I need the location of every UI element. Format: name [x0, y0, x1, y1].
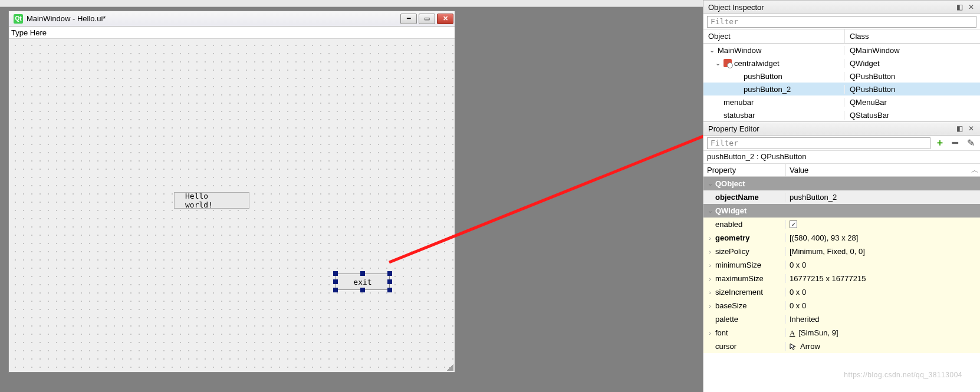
resize-handle[interactable] — [333, 288, 338, 292]
property-columns[interactable]: Property Value ︿ — [703, 164, 980, 177]
property-list[interactable]: ⌄QObjectobjectNamepushButton_2⌄QWidgeten… — [703, 177, 980, 353]
remove-property-icon[interactable]: ━ — [949, 137, 961, 149]
property-row[interactable]: ›sizePolicy[Minimum, Fixed, 0, 0] — [703, 245, 980, 258]
tree-object-name: pushButton_2 — [744, 85, 791, 94]
property-filter-row: ＋ ━ ✎ — [703, 136, 980, 151]
tree-object-name: statusbar — [724, 111, 755, 120]
resize-handle[interactable] — [333, 271, 338, 276]
form-canvas[interactable]: Hello world! exit — [9, 39, 455, 372]
property-row[interactable]: paletteInherited — [703, 312, 980, 326]
close-button[interactable]: ✕ — [437, 14, 453, 24]
panel-title-label: Object Inspector — [708, 3, 764, 12]
property-editor-title[interactable]: Property Editor ◧ ✕ — [703, 121, 980, 136]
col-class[interactable]: Class — [845, 29, 980, 43]
object-tree[interactable]: ⌄MainWindowQMainWindow⌄centralwidgetQWid… — [703, 44, 980, 121]
resize-handle[interactable] — [387, 271, 392, 276]
property-row[interactable]: enabled✓ — [703, 218, 980, 231]
resize-handle[interactable] — [387, 288, 392, 292]
tree-row[interactable]: pushButton_2QPushButton — [703, 83, 980, 95]
tree-row[interactable]: statusbarQStatusBar — [703, 108, 980, 121]
watermark: https://blog.csdn.net/qq_38113004 — [844, 371, 962, 379]
maximize-button[interactable]: ▭ — [419, 14, 435, 24]
window-titlebar[interactable]: Qt MainWindow - Hello.ui* ━ ▭ ✕ — [9, 11, 455, 27]
property-row[interactable]: ›sizeIncrement0 x 0 — [703, 285, 980, 299]
size-grip-icon[interactable] — [446, 364, 453, 371]
property-row[interactable]: ›baseSize0 x 0 — [703, 299, 980, 312]
scroll-up-icon[interactable]: ︿ — [969, 164, 980, 176]
property-row[interactable]: objectNamepushButton_2 — [703, 190, 980, 204]
property-row[interactable]: ›minimumSize0 x 0 — [703, 258, 980, 272]
tree-class-name: QStatusBar — [850, 111, 889, 120]
resize-handle[interactable] — [387, 279, 392, 284]
checkbox-icon[interactable]: ✓ — [790, 220, 797, 228]
col-object[interactable]: Object — [703, 29, 845, 43]
tree-row[interactable]: ⌄MainWindowQMainWindow — [703, 44, 980, 57]
property-row[interactable]: ›geometry[(580, 400), 93 x 28] — [703, 231, 980, 245]
tree-row[interactable]: menubarQMenuBar — [703, 95, 980, 108]
panel-title-label: Property Editor — [708, 124, 759, 133]
resize-handle[interactable] — [360, 288, 365, 292]
tree-class-name: QMainWindow — [850, 46, 900, 55]
property-object-caption: pushButton_2 : QPushButton — [703, 151, 980, 164]
resize-handle[interactable] — [333, 279, 338, 284]
inspector-columns[interactable]: Object Class — [703, 29, 980, 44]
property-row[interactable]: cursor Arrow — [703, 340, 980, 353]
settings-icon[interactable]: ✎ — [965, 137, 976, 149]
object-inspector-title[interactable]: Object Inspector ◧ ✕ — [703, 0, 980, 14]
col-value[interactable]: Value — [786, 164, 969, 176]
resize-handle[interactable] — [360, 271, 365, 276]
tree-object-name: pushButton — [744, 72, 782, 81]
property-category[interactable]: ⌄QObject — [703, 177, 980, 190]
tree-object-name: centralwidget — [734, 59, 780, 68]
property-row[interactable]: ›maximumSize16777215 x 16777215 — [703, 272, 980, 285]
tree-class-name: QPushButton — [850, 72, 895, 81]
tree-row[interactable]: pushButtonQPushButton — [703, 70, 980, 83]
close-icon[interactable]: ✕ — [967, 124, 975, 133]
undock-icon[interactable]: ◧ — [955, 3, 963, 11]
tree-class-name: QPushButton — [850, 85, 895, 94]
property-row[interactable]: ›fontA [SimSun, 9] — [703, 326, 980, 340]
cursor-icon — [790, 343, 797, 350]
qt-logo-icon: Qt — [14, 14, 23, 24]
tree-class-name: QMenuBar — [850, 98, 887, 107]
designer-window: Qt MainWindow - Hello.ui* ━ ▭ ✕ Type Her… — [8, 11, 455, 373]
property-category[interactable]: ⌄QWidget — [703, 204, 980, 218]
minimize-button[interactable]: ━ — [400, 14, 417, 24]
tree-object-name: menubar — [724, 98, 754, 107]
property-filter-input[interactable] — [707, 137, 930, 149]
tree-row[interactable]: ⌄centralwidgetQWidget — [703, 57, 980, 70]
undock-icon[interactable]: ◧ — [955, 124, 963, 133]
inspector-filter-input[interactable] — [707, 16, 976, 28]
tree-class-name: QWidget — [850, 59, 880, 68]
font-icon: A — [790, 328, 795, 338]
widget-icon — [724, 59, 732, 67]
add-property-icon[interactable]: ＋ — [934, 137, 946, 149]
window-title: MainWindow - Hello.ui* — [27, 14, 400, 23]
col-property[interactable]: Property — [703, 164, 786, 176]
tree-object-name: MainWindow — [718, 46, 761, 55]
inspector-filter-row — [703, 14, 980, 29]
close-icon[interactable]: ✕ — [967, 3, 975, 11]
menubar-placeholder[interactable]: Type Here — [9, 27, 455, 39]
pushbutton-hello[interactable]: Hello world! — [174, 192, 249, 209]
right-panels: Object Inspector ◧ ✕ Object Class ⌄MainW… — [703, 0, 980, 392]
